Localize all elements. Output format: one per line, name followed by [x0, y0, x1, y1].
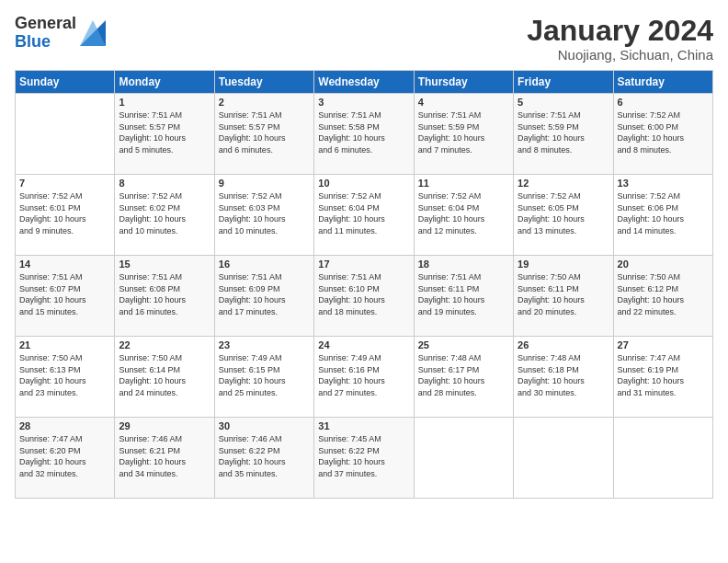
day-info: Sunrise: 7:50 AM Sunset: 6:13 PM Dayligh… [19, 352, 110, 398]
day-number: 28 [19, 420, 110, 431]
table-row: 5Sunrise: 7:51 AM Sunset: 5:59 PM Daylig… [514, 94, 613, 175]
table-row: 14Sunrise: 7:51 AM Sunset: 6:07 PM Dayli… [16, 256, 115, 337]
day-info: Sunrise: 7:52 AM Sunset: 6:00 PM Dayligh… [618, 109, 709, 155]
day-info: Sunrise: 7:50 AM Sunset: 6:12 PM Dayligh… [618, 271, 709, 317]
header-friday: Friday [514, 71, 613, 94]
day-info: Sunrise: 7:52 AM Sunset: 6:03 PM Dayligh… [219, 190, 310, 236]
table-row: 23Sunrise: 7:49 AM Sunset: 6:15 PM Dayli… [214, 337, 313, 418]
table-row [514, 418, 613, 499]
day-number: 27 [618, 339, 709, 350]
table-row [414, 418, 513, 499]
table-row: 4Sunrise: 7:51 AM Sunset: 5:59 PM Daylig… [414, 94, 513, 175]
day-info: Sunrise: 7:48 AM Sunset: 6:17 PM Dayligh… [418, 352, 509, 398]
header-row: Sunday Monday Tuesday Wednesday Thursday… [16, 71, 713, 94]
table-row [16, 94, 115, 175]
day-number: 4 [418, 97, 509, 108]
table-row: 9Sunrise: 7:52 AM Sunset: 6:03 PM Daylig… [214, 175, 313, 256]
table-row: 16Sunrise: 7:51 AM Sunset: 6:09 PM Dayli… [214, 256, 313, 337]
day-info: Sunrise: 7:46 AM Sunset: 6:22 PM Dayligh… [219, 433, 310, 479]
day-number: 14 [19, 259, 110, 270]
day-number: 26 [518, 339, 609, 350]
day-info: Sunrise: 7:51 AM Sunset: 5:57 PM Dayligh… [119, 109, 210, 155]
table-row: 19Sunrise: 7:50 AM Sunset: 6:11 PM Dayli… [514, 256, 613, 337]
day-number: 30 [219, 420, 310, 431]
day-number: 15 [119, 259, 210, 270]
day-number: 22 [119, 339, 210, 350]
day-info: Sunrise: 7:51 AM Sunset: 6:10 PM Dayligh… [318, 271, 409, 317]
calendar-page: General Blue January 2024 Nuojiang, Sich… [0, 0, 728, 563]
table-row: 30Sunrise: 7:46 AM Sunset: 6:22 PM Dayli… [214, 418, 313, 499]
table-row: 24Sunrise: 7:49 AM Sunset: 6:16 PM Dayli… [314, 337, 414, 418]
table-row: 7Sunrise: 7:52 AM Sunset: 6:01 PM Daylig… [16, 175, 115, 256]
day-info: Sunrise: 7:52 AM Sunset: 6:04 PM Dayligh… [418, 190, 509, 236]
day-info: Sunrise: 7:51 AM Sunset: 6:07 PM Dayligh… [19, 271, 110, 317]
day-info: Sunrise: 7:47 AM Sunset: 6:20 PM Dayligh… [19, 433, 110, 479]
day-number: 7 [19, 178, 110, 189]
day-number: 24 [318, 339, 409, 350]
day-number: 2 [219, 97, 310, 108]
day-info: Sunrise: 7:51 AM Sunset: 5:59 PM Dayligh… [418, 109, 509, 155]
day-info: Sunrise: 7:46 AM Sunset: 6:21 PM Dayligh… [119, 433, 210, 479]
day-number: 6 [618, 97, 709, 108]
day-info: Sunrise: 7:50 AM Sunset: 6:14 PM Dayligh… [119, 352, 210, 398]
logo-blue: Blue [15, 33, 76, 52]
logo-general: General [15, 15, 76, 33]
day-info: Sunrise: 7:51 AM Sunset: 6:09 PM Dayligh… [219, 271, 310, 317]
day-info: Sunrise: 7:52 AM Sunset: 6:04 PM Dayligh… [318, 190, 409, 236]
day-number: 13 [618, 178, 709, 189]
table-row: 29Sunrise: 7:46 AM Sunset: 6:21 PM Dayli… [115, 418, 214, 499]
day-number: 29 [119, 420, 210, 431]
table-row: 2Sunrise: 7:51 AM Sunset: 5:57 PM Daylig… [214, 94, 313, 175]
table-row: 6Sunrise: 7:52 AM Sunset: 6:00 PM Daylig… [613, 94, 712, 175]
table-row [613, 418, 712, 499]
day-info: Sunrise: 7:47 AM Sunset: 6:19 PM Dayligh… [618, 352, 709, 398]
day-number: 21 [19, 339, 110, 350]
header-monday: Monday [115, 71, 214, 94]
day-info: Sunrise: 7:50 AM Sunset: 6:11 PM Dayligh… [518, 271, 609, 317]
table-row: 11Sunrise: 7:52 AM Sunset: 6:04 PM Dayli… [414, 175, 513, 256]
day-number: 1 [119, 97, 210, 108]
day-number: 9 [219, 178, 310, 189]
day-number: 23 [219, 339, 310, 350]
header-tuesday: Tuesday [214, 71, 313, 94]
day-number: 10 [318, 178, 409, 189]
table-row: 10Sunrise: 7:52 AM Sunset: 6:04 PM Dayli… [314, 175, 414, 256]
day-info: Sunrise: 7:52 AM Sunset: 6:01 PM Dayligh… [19, 190, 110, 236]
table-row: 20Sunrise: 7:50 AM Sunset: 6:12 PM Dayli… [613, 256, 712, 337]
day-info: Sunrise: 7:51 AM Sunset: 5:59 PM Dayligh… [518, 109, 609, 155]
table-row: 26Sunrise: 7:48 AM Sunset: 6:18 PM Dayli… [514, 337, 613, 418]
day-info: Sunrise: 7:51 AM Sunset: 6:08 PM Dayligh… [119, 271, 210, 317]
day-info: Sunrise: 7:48 AM Sunset: 6:18 PM Dayligh… [518, 352, 609, 398]
day-number: 25 [418, 339, 509, 350]
day-number: 8 [119, 178, 210, 189]
table-row: 27Sunrise: 7:47 AM Sunset: 6:19 PM Dayli… [613, 337, 712, 418]
logo-icon [80, 20, 106, 46]
table-row: 25Sunrise: 7:48 AM Sunset: 6:17 PM Dayli… [414, 337, 513, 418]
header: General Blue January 2024 Nuojiang, Sich… [15, 15, 713, 63]
day-number: 16 [219, 259, 310, 270]
table-row: 12Sunrise: 7:52 AM Sunset: 6:05 PM Dayli… [514, 175, 613, 256]
table-row: 28Sunrise: 7:47 AM Sunset: 6:20 PM Dayli… [16, 418, 115, 499]
table-row: 17Sunrise: 7:51 AM Sunset: 6:10 PM Dayli… [314, 256, 414, 337]
header-sunday: Sunday [16, 71, 115, 94]
logo: General Blue [15, 15, 106, 52]
day-number: 5 [518, 97, 609, 108]
title-section: January 2024 Nuojiang, Sichuan, China [527, 15, 713, 63]
month-title: January 2024 [527, 15, 713, 47]
day-number: 31 [318, 420, 409, 431]
table-row: 8Sunrise: 7:52 AM Sunset: 6:02 PM Daylig… [115, 175, 214, 256]
day-number: 3 [318, 97, 409, 108]
day-info: Sunrise: 7:51 AM Sunset: 6:11 PM Dayligh… [418, 271, 509, 317]
day-info: Sunrise: 7:45 AM Sunset: 6:22 PM Dayligh… [318, 433, 409, 479]
header-wednesday: Wednesday [314, 71, 414, 94]
table-row: 15Sunrise: 7:51 AM Sunset: 6:08 PM Dayli… [115, 256, 214, 337]
day-info: Sunrise: 7:49 AM Sunset: 6:16 PM Dayligh… [318, 352, 409, 398]
day-number: 19 [518, 259, 609, 270]
table-row: 13Sunrise: 7:52 AM Sunset: 6:06 PM Dayli… [613, 175, 712, 256]
table-row: 3Sunrise: 7:51 AM Sunset: 5:58 PM Daylig… [314, 94, 414, 175]
day-number: 12 [518, 178, 609, 189]
table-row: 31Sunrise: 7:45 AM Sunset: 6:22 PM Dayli… [314, 418, 414, 499]
header-saturday: Saturday [613, 71, 712, 94]
logo-text: General Blue [15, 15, 76, 52]
day-number: 17 [318, 259, 409, 270]
